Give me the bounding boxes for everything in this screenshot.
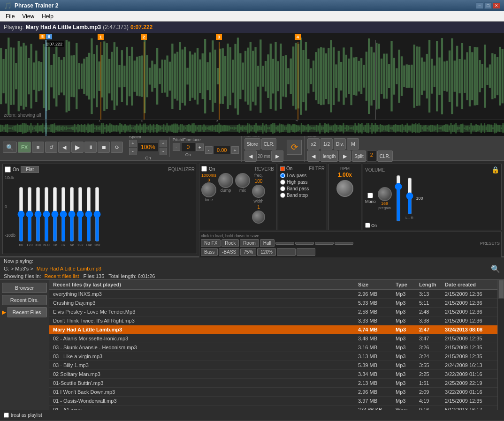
loop-prev[interactable]: ◀ <box>307 150 320 162</box>
eq-slider-6k[interactable] <box>68 187 76 242</box>
table-row[interactable]: Mary Had A Little Lamb.mp3 4.74 MB Mp3 2… <box>49 325 497 334</box>
table-row[interactable]: everything INXS.mp3 2.96 MB Mp3 3:13 2/1… <box>49 290 497 299</box>
file-table-container[interactable]: Recent files (by last played) Size Type … <box>49 280 497 410</box>
preset-hall[interactable]: Hall <box>260 239 275 247</box>
loop-clr[interactable]: CLR. <box>377 150 393 162</box>
preset-empty6[interactable] <box>297 248 315 256</box>
reverb-dump-knob[interactable] <box>218 173 233 188</box>
table-row[interactable]: Don't Think Twice, It's All Right.mp3 3.… <box>49 316 497 325</box>
status-search-icon[interactable]: 🔍 <box>491 264 500 273</box>
preset-empty1[interactable] <box>275 242 294 245</box>
reverb-mix-knob[interactable] <box>235 173 250 188</box>
maximize-button[interactable]: □ <box>484 2 492 9</box>
reverb-width-knob[interactable] <box>252 210 265 224</box>
recent-dirs-button[interactable]: Recent Dirs. <box>2 295 47 305</box>
volume-pregain-knob[interactable] <box>378 187 392 201</box>
filter-low-pass-radio[interactable] <box>280 173 285 178</box>
eq-slider-80[interactable] <box>17 187 25 242</box>
preset-empty2[interactable] <box>295 242 314 245</box>
repeat-button[interactable]: ⟳ <box>111 142 123 153</box>
eq-slider-600[interactable] <box>43 187 50 242</box>
loop-div[interactable]: Div. <box>334 138 346 150</box>
scrollbar-track[interactable] <box>497 280 504 410</box>
stop-button[interactable]: ⏹ <box>98 142 110 153</box>
volume-lock-icon[interactable]: 🔒 <box>491 166 499 173</box>
pitch-plus1[interactable]: + <box>196 143 204 151</box>
eq-slider-12k[interactable] <box>76 187 84 242</box>
preset-minusbass[interactable]: -BASS <box>219 248 239 256</box>
loop-x2[interactable]: x2 <box>307 138 320 150</box>
volume-mono-checkbox[interactable] <box>367 193 373 198</box>
preset-bass[interactable]: Bass <box>201 248 218 256</box>
menu-view[interactable]: View <box>18 12 38 21</box>
eq-on-checkbox[interactable] <box>5 166 11 173</box>
recent-files-button[interactable]: Recent Files <box>7 307 47 317</box>
pitch-minus1[interactable]: - <box>173 143 180 151</box>
pause-button[interactable]: ⏸ <box>84 142 97 153</box>
loop-length[interactable]: length <box>321 150 338 162</box>
scrollbar-thumb[interactable] <box>498 280 504 299</box>
table-row[interactable]: 01 - Oasis-Wonderwall.mp3 3.97 MB Mp3 4:… <box>49 397 497 406</box>
eq-flat-button[interactable]: Flat <box>21 166 39 173</box>
speed-minus[interactable]: - <box>129 148 137 155</box>
play-button[interactable]: ▶ <box>71 142 84 153</box>
eq-slider-170[interactable] <box>26 187 33 242</box>
eq-slider-1k[interactable] <box>51 187 59 242</box>
table-row[interactable]: 03 - Billy 1.mp3 5.39 MB Mp3 3:55 2/24/2… <box>49 361 497 370</box>
preset-empty3[interactable] <box>315 242 334 245</box>
speed-minus2[interactable]: - <box>160 148 167 155</box>
table-row[interactable]: 02 Solitary Man.mp3 3.34 MB Mp3 2:25 3/2… <box>49 370 497 379</box>
search-button[interactable]: 🔍 <box>3 142 17 153</box>
prev-button[interactable]: ◀ <box>58 142 70 153</box>
preset-75[interactable]: 75% <box>240 248 256 256</box>
fx-button[interactable]: FX <box>18 142 31 153</box>
table-row[interactable]: 02 - Alanis Morissette-Ironic.mp3 3.48 M… <box>49 334 497 343</box>
loop-m[interactable]: M <box>347 138 359 150</box>
preset-empty4[interactable] <box>335 242 353 245</box>
loop-phrase-button[interactable]: ↺ <box>45 142 57 153</box>
reverb-time-knob[interactable] <box>201 182 216 197</box>
table-row[interactable]: 01 - A1.wma 274.66 KB Wma 0:16 5/12/2013… <box>49 406 497 410</box>
table-row[interactable]: 03 - Like a virgin.mp3 3.13 MB Mp3 3:24 … <box>49 352 497 361</box>
table-row[interactable]: 01 I Won't Back Down.mp3 2.96 MB Mp3 2:0… <box>49 388 497 397</box>
preset-room[interactable]: Room <box>240 239 259 247</box>
volume-lr-slider[interactable] <box>405 177 414 215</box>
speed-plus2[interactable]: + <box>160 140 167 147</box>
speed-plus[interactable]: + <box>129 140 137 147</box>
treat-as-playlist-checkbox[interactable] <box>4 413 9 418</box>
waveform-main[interactable]: // Generate waveform bars inline - will … <box>0 33 504 120</box>
markers-clr-button[interactable]: CLR. <box>261 138 277 150</box>
menu-help[interactable]: Help <box>38 12 57 21</box>
finetune-minus[interactable]: - <box>205 146 213 154</box>
rpm-knob[interactable] <box>336 180 353 197</box>
filter-high-pass-radio[interactable] <box>280 180 285 185</box>
volume-on-checkbox[interactable] <box>365 223 370 228</box>
waveform-overview[interactable]: 1 2 3 4 <box>0 120 504 136</box>
table-row[interactable]: 01-Scuttle Buttin'.mp3 2.13 MB Mp3 1:51 … <box>49 379 497 388</box>
menu-file[interactable]: File <box>2 12 18 21</box>
reverb-freq-knob[interactable] <box>252 185 265 198</box>
eq-slider-14k[interactable] <box>85 187 92 242</box>
eq-slider-3k[interactable] <box>60 187 67 242</box>
preset-rock[interactable]: Rock <box>221 239 239 247</box>
loop-next[interactable]: ▶ <box>339 150 351 162</box>
loop-split[interactable]: Split <box>352 150 366 162</box>
volume-main-slider[interactable] <box>394 175 403 222</box>
playlist-button[interactable]: ≡ <box>32 142 44 153</box>
loop-half[interactable]: 1/2 <box>321 138 333 150</box>
table-row[interactable]: Elvis Presley - Love Me Tender.Mp3 2.58 … <box>49 308 497 316</box>
preset-120[interactable]: 120% <box>257 248 276 256</box>
preset-empty5[interactable] <box>277 248 296 256</box>
filter-band-pass-radio[interactable] <box>280 186 285 191</box>
preset-noFX[interactable]: No FX <box>201 239 221 247</box>
finetune-plus[interactable]: + <box>231 146 239 154</box>
eq-slider-310[interactable] <box>34 187 42 242</box>
browser-button[interactable]: Browser <box>2 283 47 293</box>
markers-right[interactable]: ▶ <box>271 150 283 162</box>
minimize-button[interactable]: – <box>476 2 483 9</box>
markers-store-button[interactable]: Store <box>244 138 260 150</box>
eq-slider-16k[interactable] <box>93 187 101 242</box>
table-row[interactable]: 03 - Skunk Anansie - Hedonism.mp3 3.16 M… <box>49 343 497 352</box>
reverb-on-checkbox[interactable] <box>201 166 207 172</box>
filter-band-stop-radio[interactable] <box>280 193 285 198</box>
